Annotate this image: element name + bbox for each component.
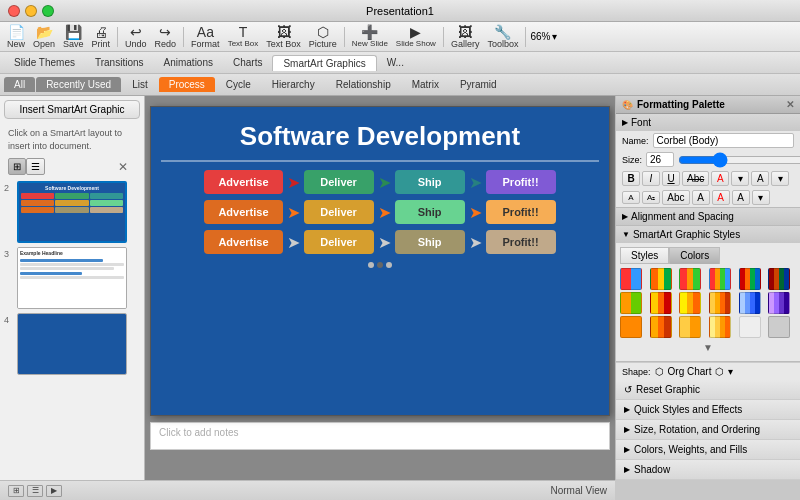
step-advertise-2[interactable]: Advertise	[204, 200, 282, 224]
color-swatch-13[interactable]	[620, 316, 642, 338]
color-swatch-12[interactable]	[768, 292, 790, 314]
font-a-button[interactable]: A	[692, 190, 710, 205]
step-deliver-2[interactable]: Deliver	[304, 200, 374, 224]
step-advertise-1[interactable]: Advertise	[204, 170, 282, 194]
font-color-button[interactable]: A	[711, 171, 729, 186]
save-button[interactable]: 💾 Save	[60, 24, 87, 50]
insert-smartart-button[interactable]: Insert SmartArt Graphic	[4, 100, 140, 119]
shape-dropdown[interactable]: ▾	[728, 366, 733, 377]
zoom-dropdown-icon[interactable]: ▾	[552, 31, 557, 42]
colors-tab[interactable]: Colors	[669, 247, 720, 264]
scroll-dot-3[interactable]	[386, 262, 392, 268]
highlight-button[interactable]: A	[751, 171, 769, 186]
step-profit-1[interactable]: Profit!!	[486, 170, 556, 194]
subscript-button[interactable]: A₂	[642, 191, 660, 204]
step-ship-2[interactable]: Ship	[395, 200, 465, 224]
superscript-button[interactable]: A	[622, 191, 640, 204]
tab-charts[interactable]: Charts	[223, 55, 272, 70]
styles-tab[interactable]: Styles	[620, 247, 669, 264]
color-swatch-8[interactable]	[650, 292, 672, 314]
picture-button[interactable]: 🖼 Text Box	[263, 24, 304, 50]
color-swatch-2[interactable]	[650, 268, 672, 290]
tab-relationship[interactable]: Relationship	[326, 77, 401, 92]
tab-hierarchy[interactable]: Hierarchy	[262, 77, 325, 92]
reset-graphic-button[interactable]: ↺ Reset Graphic	[616, 380, 800, 400]
alignment-section-header[interactable]: ▶ Alignment and Spacing	[616, 208, 800, 225]
font-a2-button[interactable]: A	[712, 190, 730, 205]
slide-thumb-2[interactable]: 2 Software Development	[4, 181, 140, 243]
font-size-input[interactable]	[646, 152, 674, 167]
toolbox-button[interactable]: 🔧 Toolbox	[484, 24, 521, 50]
tab-cycle[interactable]: Cycle	[216, 77, 261, 92]
maximize-button[interactable]	[42, 5, 54, 17]
scroll-dot-2[interactable]	[377, 262, 383, 268]
color-swatch-6[interactable]	[768, 268, 790, 290]
window-controls[interactable]	[8, 5, 54, 17]
palette-close-button[interactable]: ✕	[786, 99, 794, 110]
open-button[interactable]: 📂 Open	[30, 24, 58, 50]
quick-styles-section[interactable]: ▶ Quick Styles and Effects	[616, 400, 800, 420]
step-ship-1[interactable]: Ship	[395, 170, 465, 194]
color-swatch-3[interactable]	[679, 268, 701, 290]
grid-view-button[interactable]: ⊞	[8, 158, 26, 175]
outline-view-icon[interactable]: ☰	[27, 485, 43, 497]
font-name-input[interactable]	[653, 133, 794, 148]
chevron-down-icon-3[interactable]: ▼	[703, 342, 713, 353]
tab-process[interactable]: Process	[159, 77, 215, 92]
step-deliver-1[interactable]: Deliver	[304, 170, 374, 194]
italic-button[interactable]: I	[642, 171, 660, 186]
list-view-button[interactable]: ☰	[26, 158, 45, 175]
font-section-header[interactable]: ▶ Font	[616, 114, 800, 131]
color-swatch-11[interactable]	[739, 292, 761, 314]
undo-button[interactable]: ↩ Undo	[122, 24, 150, 50]
slide-thumb-4[interactable]: 4	[4, 313, 140, 375]
highlight-dropdown[interactable]: ▾	[771, 171, 789, 186]
size-rotation-section[interactable]: ▶ Size, Rotation, and Ordering	[616, 420, 800, 440]
color-swatch-7[interactable]	[620, 292, 642, 314]
notes-area[interactable]: Click to add notes	[150, 422, 610, 450]
new-slide-button[interactable]: ➕ New Slide	[349, 24, 391, 49]
color-swatch-17[interactable]	[739, 316, 761, 338]
normal-view-icon[interactable]: ⊞	[8, 485, 24, 497]
tab-animations[interactable]: Animations	[154, 55, 223, 70]
color-swatch-14[interactable]	[650, 316, 672, 338]
slide-thumbnail-4[interactable]	[17, 313, 127, 375]
gallery-button[interactable]: 🖼 Gallery	[448, 24, 483, 50]
minimize-button[interactable]	[25, 5, 37, 17]
smartart-styles-header[interactable]: ▼ SmartArt Graphic Styles	[616, 226, 800, 243]
close-sidebar-button[interactable]: ✕	[118, 160, 128, 174]
tab-pyramid[interactable]: Pyramid	[450, 77, 507, 92]
close-button[interactable]	[8, 5, 20, 17]
step-advertise-3[interactable]: Advertise	[204, 230, 282, 254]
step-ship-3[interactable]: Ship	[395, 230, 465, 254]
font-a4-button[interactable]: ▾	[752, 190, 770, 205]
font-size-slider[interactable]	[678, 156, 800, 164]
print-button[interactable]: 🖨 Print	[89, 24, 114, 50]
color-swatch-4[interactable]	[709, 268, 731, 290]
zoom-control[interactable]: 66% ▾	[530, 31, 557, 42]
slide-canvas[interactable]: Software Development Advertise ➤ Deliver…	[150, 106, 610, 416]
bold-button[interactable]: B	[622, 171, 640, 186]
tab-recently-used[interactable]: Recently Used	[36, 77, 121, 92]
slide-thumbnail-2[interactable]: Software Development	[17, 181, 127, 243]
tab-smartart[interactable]: SmartArt Graphics	[272, 55, 376, 71]
slide-thumbnail-3[interactable]: Example Headline	[17, 247, 127, 309]
font-color-dropdown[interactable]: ▾	[731, 171, 749, 186]
color-swatch-1[interactable]	[620, 268, 642, 290]
slide-thumb-3[interactable]: 3 Example Headline	[4, 247, 140, 309]
shadow-section[interactable]: ▶ Shadow	[616, 460, 800, 480]
underline-button[interactable]: U	[662, 171, 680, 186]
format-button[interactable]: Aa Format	[188, 24, 223, 50]
step-profit-3[interactable]: Profit!!	[486, 230, 556, 254]
slide-show-button[interactable]: ▶ Slide Show	[393, 24, 439, 49]
font-a3-button[interactable]: A	[732, 190, 750, 205]
shapes-button[interactable]: ⬡ Picture	[306, 24, 340, 50]
tab-list[interactable]: List	[122, 77, 158, 92]
tab-matrix[interactable]: Matrix	[402, 77, 449, 92]
step-profit-2[interactable]: Profit!!	[486, 200, 556, 224]
step-deliver-3[interactable]: Deliver	[304, 230, 374, 254]
scroll-dot-1[interactable]	[368, 262, 374, 268]
color-swatch-10[interactable]	[709, 292, 731, 314]
tab-transitions[interactable]: Transitions	[85, 55, 154, 70]
textbox-button[interactable]: T Text Box	[225, 24, 262, 49]
